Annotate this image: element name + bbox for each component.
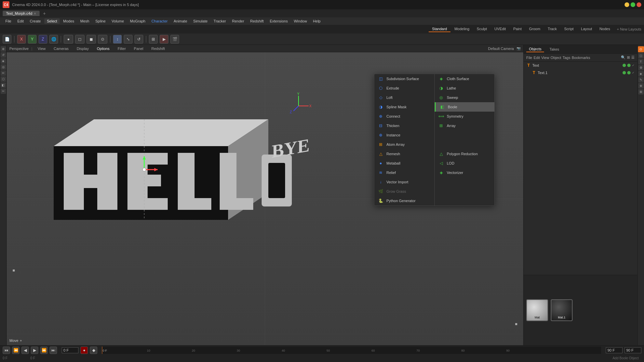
gen-vectorizer[interactable]: ◈ Vectorizer	[435, 168, 494, 177]
coord-x[interactable]: X	[17, 35, 26, 44]
menu-spline[interactable]: Spline	[93, 18, 108, 24]
menu-create[interactable]: Create	[27, 18, 44, 24]
right-tool-4[interactable]: ⚙	[638, 65, 644, 70]
left-tool-1[interactable]: ⊕	[1, 46, 6, 52]
tab-text-morph[interactable]: Text_Morph.c4d ✕	[3, 11, 40, 16]
obj-item-text1[interactable]: T Text.1 ✓	[524, 69, 637, 76]
gen-thicken[interactable]: ⊟ Thicken	[374, 121, 434, 130]
timeline-track[interactable]: 0 F 10 20 30 40 50 60 70 80 90	[102, 347, 601, 354]
maximize-button[interactable]	[631, 2, 635, 7]
layout-tab-nodes[interactable]: Nodes	[596, 26, 613, 32]
right-tool-7[interactable]: ⊕	[638, 83, 644, 88]
panel-tab-objects[interactable]: Objects	[526, 46, 544, 52]
vp-tab-options[interactable]: Options	[94, 46, 112, 51]
menu-window[interactable]: Window	[291, 18, 310, 24]
gen-lod[interactable]: ◁ LOD	[435, 159, 494, 168]
right-tool-3[interactable]: T	[638, 59, 644, 64]
menu-extensions[interactable]: Extensions	[267, 18, 290, 24]
gen-lathe[interactable]: ◑ Lathe	[435, 83, 494, 93]
layout-tab-uvedit[interactable]: UVEdit	[491, 26, 509, 32]
menu-select[interactable]: Select	[44, 18, 60, 24]
obj-toolbar-icon3[interactable]: ☰	[631, 55, 635, 60]
menu-mesh[interactable]: Mesh	[77, 18, 92, 24]
record-button[interactable]: ●	[80, 347, 88, 354]
panel-tab-takes[interactable]: Takes	[547, 47, 562, 52]
menu-simulate[interactable]: Simulate	[191, 18, 210, 24]
layout-tab-sculpt[interactable]: Sculpt	[473, 26, 490, 32]
tab-close-icon[interactable]: ✕	[34, 12, 36, 15]
layout-tab-script[interactable]: Script	[561, 26, 577, 32]
gen-vector-import[interactable]: ↓ Vector Import	[374, 177, 434, 187]
next-frame-button[interactable]: ⏩	[40, 347, 48, 354]
layout-tab-track[interactable]: Track	[544, 26, 560, 32]
right-tool-2[interactable]: ◻	[638, 53, 644, 58]
key-button[interactable]: ◆	[90, 347, 97, 354]
obj-toolbar-view[interactable]: View	[541, 56, 549, 60]
obj-toolbar-bookmarks[interactable]: Bookmarks	[572, 56, 590, 60]
vp-tab-display[interactable]: Display	[74, 46, 92, 51]
render-button[interactable]: ▶	[160, 35, 168, 44]
gen-atom-array[interactable]: ⊞ Atom Array	[374, 140, 434, 149]
search-icon[interactable]: 🔍	[621, 55, 626, 60]
gen-spline-mask[interactable]: ◑ Spline Mask	[374, 102, 434, 112]
menu-mograph[interactable]: MoGraph	[127, 18, 148, 24]
poly-mode[interactable]: ◼	[87, 35, 96, 44]
left-tool-5[interactable]: ✏	[1, 70, 6, 76]
move-tool[interactable]: ↕	[113, 35, 122, 44]
tab-new-button[interactable]: +	[41, 10, 48, 17]
menu-character[interactable]: Character	[149, 18, 170, 24]
obj-toolbar-tags[interactable]: Tags	[562, 56, 570, 60]
menu-file[interactable]: File	[3, 18, 14, 24]
obj-toolbar-object[interactable]: Object	[550, 56, 561, 60]
close-button[interactable]	[637, 2, 641, 7]
gen-relief[interactable]: ≋ Relief	[374, 168, 434, 177]
vp-tab-filter[interactable]: Filter	[115, 46, 128, 51]
gen-loft[interactable]: ◇ Loft	[374, 93, 434, 102]
gen-array[interactable]: ⊞ Array	[435, 121, 494, 130]
rotate-tool[interactable]: ↺	[135, 35, 143, 44]
menu-redshift[interactable]: Redshift	[248, 18, 266, 24]
gen-python-generator[interactable]: 🐍 Python Generator	[374, 196, 434, 205]
world-coords[interactable]: 🌐	[49, 35, 58, 44]
coord-z[interactable]: Z	[39, 35, 47, 44]
gen-extrude[interactable]: ⬡ Extrude	[374, 83, 434, 93]
left-tool-8[interactable]: ✂	[1, 88, 6, 94]
left-tool-4[interactable]: ◎	[1, 64, 6, 70]
gen-boole[interactable]: ◧ Boole	[435, 102, 494, 112]
prev-frame-button[interactable]: ⏪	[12, 347, 19, 354]
left-tool-2[interactable]: ↺	[1, 52, 6, 58]
max-frame-input[interactable]	[625, 347, 641, 353]
new-layouts-button[interactable]: + New Layouts	[617, 27, 641, 31]
play-button[interactable]: ▶	[31, 347, 38, 354]
menu-help[interactable]: Help	[310, 18, 323, 24]
obj-toolbar-file[interactable]: File	[526, 56, 532, 60]
go-start-button[interactable]: ⏮	[3, 347, 10, 354]
left-tool-7[interactable]: ◧	[1, 82, 6, 88]
gen-instance[interactable]: ⊕ Instance	[374, 130, 434, 140]
gen-subdivision-surface[interactable]: ◫ Subdivision Surface	[374, 74, 434, 83]
menu-animate[interactable]: Animate	[171, 18, 190, 24]
layout-tab-modeling[interactable]: Modeling	[451, 26, 473, 32]
menu-tracker[interactable]: Tracker	[211, 18, 229, 24]
gen-polygon-reduction[interactable]: △ Polygon Reduction	[435, 149, 494, 159]
vp-tab-view[interactable]: View	[35, 46, 48, 51]
layout-tab-standard[interactable]: Standard	[429, 26, 450, 32]
new-button[interactable]: 📄	[3, 35, 11, 44]
object-mode[interactable]: ⊙	[98, 35, 107, 44]
edge-mode[interactable]: ◻	[75, 35, 85, 44]
end-frame-input[interactable]	[606, 347, 623, 353]
right-tool-1[interactable]: O	[638, 46, 644, 52]
vp-tab-panel[interactable]: Panel	[131, 46, 146, 51]
gen-metaball[interactable]: ● Metaball	[374, 159, 434, 168]
snap-button[interactable]: ⊞	[149, 35, 158, 44]
obj-item-text[interactable]: T Text ✓	[524, 62, 637, 69]
layout-tab-paint[interactable]: Paint	[510, 26, 525, 32]
layout-tab-groom[interactable]: Groom	[526, 26, 544, 32]
gen-cloth-surface[interactable]: ◈ Cloth Surface	[435, 74, 494, 83]
gen-remesh[interactable]: △ Remesh	[374, 149, 434, 159]
menu-volume[interactable]: Volume	[109, 18, 127, 24]
left-tool-3[interactable]: ◈	[1, 58, 6, 64]
menu-edit[interactable]: Edit	[15, 18, 26, 24]
menu-render[interactable]: Render	[229, 18, 247, 24]
right-tool-5[interactable]: ◈	[638, 71, 644, 76]
